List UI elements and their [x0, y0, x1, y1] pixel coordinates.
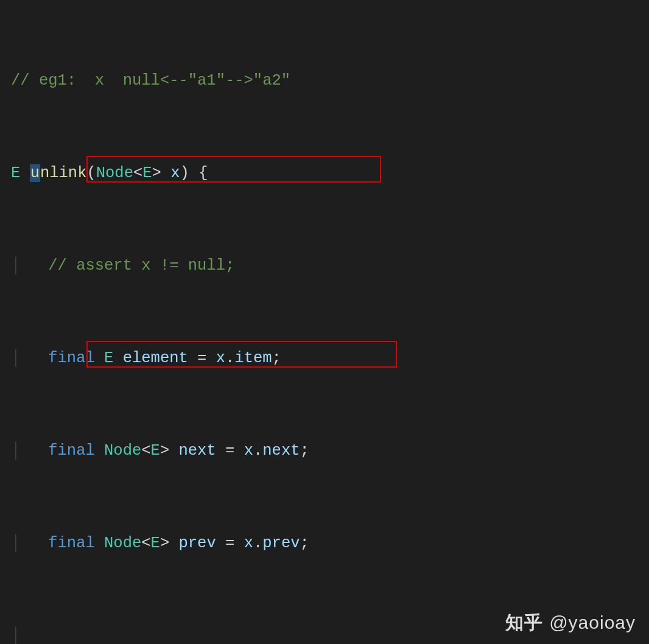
code-line[interactable]: // eg1: x null<--"a1"-->"a2"	[4, 69, 649, 93]
watermark-handle: @yaoioay	[549, 611, 636, 634]
comment: // eg1: x null<--"a1"-->"a2"	[11, 72, 290, 89]
code-line[interactable]: │ // assert x != null;	[4, 254, 649, 278]
type: E	[11, 164, 20, 182]
code-line-current[interactable]: E unlink(Node<E> x) {	[4, 162, 649, 185]
function-name: unlink	[30, 164, 87, 182]
code-line[interactable]: │ final Node<E> next = x.next;	[4, 439, 649, 463]
text-selection: u	[30, 164, 40, 182]
param: x	[170, 164, 180, 182]
code-editor[interactable]: // eg1: x null<--"a1"-->"a2" E unlink(No…	[0, 0, 649, 644]
code-line[interactable]: │ final E element = x.item;	[4, 347, 649, 370]
watermark: 知乎 @yaoioay	[505, 611, 636, 634]
comment: // assert x != null;	[48, 257, 234, 275]
zhihu-logo-icon: 知乎	[505, 611, 543, 634]
code-line[interactable]: │ final Node<E> prev = x.prev;	[4, 532, 649, 555]
